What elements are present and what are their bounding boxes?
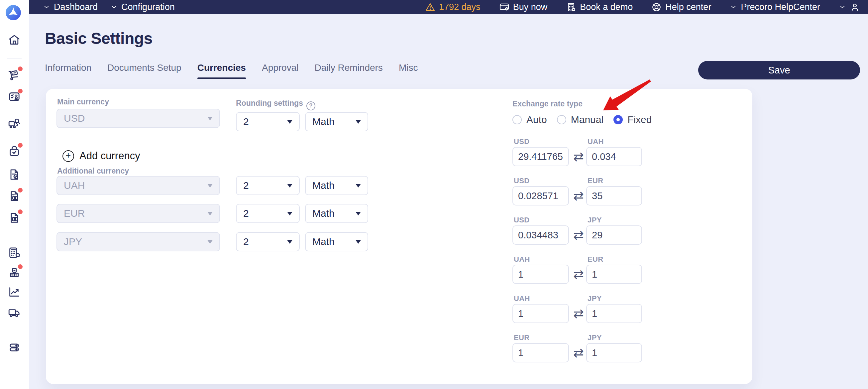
truck-icon [8, 306, 21, 319]
home-icon [8, 33, 21, 47]
rate-input[interactable] [586, 343, 642, 362]
chevron-down-icon [207, 212, 213, 215]
radio-manual[interactable]: Manual [557, 114, 603, 125]
chevron-down-icon [355, 240, 361, 244]
sidebar-item-reports[interactable] [8, 285, 21, 299]
rounding-precision-select[interactable]: 2 [236, 204, 300, 223]
book-demo-button[interactable]: Book a demo [566, 2, 633, 12]
tab-currencies[interactable]: Currencies [197, 62, 246, 79]
sidebar-item-invoices[interactable] [8, 189, 21, 203]
sidebar-divider [7, 58, 22, 59]
chevron-down-icon [839, 3, 846, 11]
chevron-down-icon [43, 3, 50, 11]
rounding-precision-select[interactable]: 2 [236, 232, 300, 251]
main-currency-label: Main currency [57, 97, 109, 107]
sidebar-item-approvals[interactable] [8, 90, 21, 104]
rate-input[interactable] [586, 186, 642, 206]
rounding-method-select[interactable]: Math [305, 232, 368, 251]
sidebar-item-expenses[interactable] [8, 211, 21, 225]
notification-badge [18, 89, 23, 93]
tab-documents-setup[interactable]: Documents Setup [107, 62, 181, 79]
radio-icon [513, 115, 522, 124]
chevron-down-icon [355, 212, 361, 215]
configuration-menu[interactable]: Configuration [110, 2, 175, 12]
trial-days-banner[interactable]: 1792 days [425, 2, 480, 12]
rounding-precision-select[interactable]: 2 [236, 176, 300, 195]
swap-arrows-icon [571, 346, 586, 360]
sidebar-item-suppliers[interactable] [8, 306, 21, 319]
sidebar-item-rfp[interactable] [8, 117, 21, 130]
user-account-menu[interactable] [839, 2, 860, 12]
rate-input[interactable] [513, 186, 569, 206]
chevron-down-icon [207, 117, 213, 120]
exchange-pair-usd-uah: USD UAH [513, 137, 645, 167]
rounding-method-select[interactable]: Math [305, 176, 368, 195]
main-currency-select[interactable]: USD [57, 109, 220, 128]
chevron-down-icon [207, 184, 213, 187]
rate-input[interactable] [586, 304, 642, 323]
rounding-method-select[interactable]: Math [305, 112, 368, 131]
exchange-pair-eur-jpy: EUR JPY [513, 333, 645, 363]
dashboard-menu[interactable]: Dashboard [43, 2, 98, 12]
rate-input[interactable] [513, 343, 569, 362]
swap-arrows-icon [571, 188, 586, 203]
additional-currency-select[interactable]: UAH [57, 176, 220, 195]
add-currency-button[interactable]: Add currency [62, 150, 140, 162]
additional-currency-select[interactable]: EUR [57, 204, 220, 223]
rate-input[interactable] [513, 147, 569, 166]
radio-fixed[interactable]: Fixed [614, 114, 652, 125]
helpcenter-dropdown[interactable]: Precoro HelpCenter [730, 2, 820, 12]
sidebar-divider [7, 330, 22, 330]
rounding-method-select[interactable]: Math [305, 204, 368, 223]
sidebar-item-purchase-orders[interactable] [8, 145, 21, 158]
page-title: Basic Settings [45, 29, 153, 48]
rate-input[interactable] [513, 265, 569, 284]
sidebar-item-receipts[interactable] [8, 168, 21, 181]
chevron-down-icon [287, 240, 292, 244]
sidebar-item-catalog[interactable] [8, 266, 21, 279]
sidebar-item-purchase-requisitions[interactable] [8, 68, 21, 82]
currencies-settings-card: Main currency USD Rounding settings 2 Ma… [46, 89, 752, 384]
notification-badge [18, 209, 23, 214]
precoro-logo-icon[interactable] [5, 4, 22, 21]
notification-badge [18, 66, 23, 71]
chart-icon [8, 285, 21, 299]
swap-arrows-icon [571, 306, 586, 321]
rate-input[interactable] [586, 226, 642, 245]
trial-days-label: 1792 days [439, 2, 480, 12]
rate-input[interactable] [586, 147, 642, 166]
additional-currency-label: Additional currency [57, 167, 129, 176]
sidebar-item-budgets[interactable] [8, 246, 21, 259]
lifebuoy-icon [651, 2, 662, 12]
sidebar-item-configuration[interactable] [8, 341, 21, 354]
additional-currency-select[interactable]: JPY [57, 232, 220, 251]
swap-arrows-icon [571, 149, 586, 164]
help-center-button[interactable]: Help center [651, 2, 711, 12]
radio-icon [557, 115, 566, 124]
swap-arrows-icon [571, 228, 586, 242]
notification-badge [18, 143, 23, 148]
save-button[interactable]: Save [698, 61, 860, 80]
sidebar-item-home[interactable] [8, 33, 21, 47]
exchange-rate-type-label: Exchange rate type [513, 99, 583, 109]
tab-misc[interactable]: Misc [399, 62, 418, 79]
tab-approval[interactable]: Approval [262, 62, 299, 79]
exchange-rate-type-options: Auto Manual Fixed [513, 114, 652, 125]
rate-input[interactable] [586, 265, 642, 284]
warning-icon [425, 2, 435, 12]
swap-arrows-icon [571, 267, 586, 281]
book-demo-label: Book a demo [580, 2, 633, 12]
buy-now-button[interactable]: Buy now [499, 2, 548, 12]
radio-auto[interactable]: Auto [513, 114, 547, 125]
help-question-icon[interactable] [306, 101, 315, 110]
rate-input[interactable] [513, 226, 569, 245]
document-check-icon [8, 168, 21, 181]
tab-information[interactable]: Information [45, 62, 91, 79]
sidebar-divider [7, 235, 22, 235]
exchange-pair-uah-eur: UAH EUR [513, 255, 645, 284]
rounding-precision-select[interactable]: 2 [236, 112, 300, 131]
rate-input[interactable] [513, 304, 569, 323]
chevron-down-icon [287, 212, 292, 215]
tab-daily-reminders[interactable]: Daily Reminders [314, 62, 382, 79]
credit-card-icon [499, 2, 509, 12]
